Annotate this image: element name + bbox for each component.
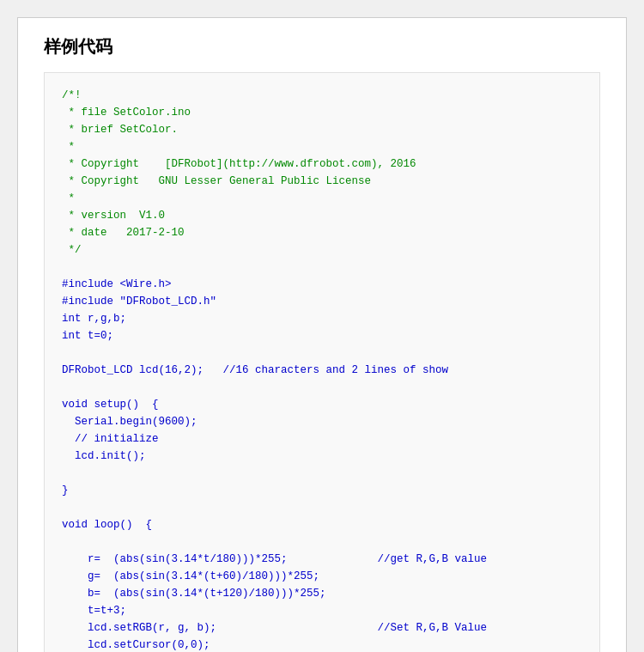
code-block: /*! * file SetColor.ino * brief SetColor…	[44, 72, 600, 652]
code-line: * date 2017-2-10	[62, 224, 582, 241]
code-line: * version V1.0	[62, 207, 582, 224]
code-line	[62, 465, 582, 482]
code-line: * file SetColor.ino	[62, 104, 582, 121]
code-line: // initialize	[62, 430, 582, 448]
code-line: Serial.begin(9600);	[62, 413, 582, 430]
code-line: * Copyright [DFRobot](http://www.dfrobot…	[62, 155, 582, 173]
code-line: lcd.init();	[62, 448, 582, 465]
code-line: * Copyright GNU Lesser General Public Li…	[62, 173, 582, 190]
code-line: lcd.setRGB(r, g, b); //Set R,G,B Value	[62, 619, 582, 637]
code-line: /*!	[62, 87, 582, 104]
code-line: void setup() {	[62, 396, 582, 413]
code-line: int r,g,b;	[62, 310, 582, 327]
code-line	[62, 259, 582, 276]
code-line: r= (abs(sin(3.14*t/180)))*255; //get R,G…	[62, 551, 582, 568]
code-line	[62, 499, 582, 516]
code-line: void loop() {	[62, 516, 582, 533]
code-line: *	[62, 138, 582, 155]
code-line: * brief SetColor.	[62, 121, 582, 138]
code-line	[62, 379, 582, 396]
code-line	[62, 344, 582, 362]
code-line	[62, 533, 582, 551]
page-container: 样例代码 /*! * file SetColor.ino * brief Set…	[17, 17, 627, 652]
code-line: }	[62, 482, 582, 499]
code-line: lcd.setCursor(0,0);	[62, 637, 582, 652]
code-line: *	[62, 190, 582, 207]
code-line: */	[62, 241, 582, 259]
code-line: DFRobot_LCD lcd(16,2); //16 characters a…	[62, 362, 582, 379]
code-line: int t=0;	[62, 327, 582, 344]
code-line: g= (abs(sin(3.14*(t+60)/180)))*255;	[62, 568, 582, 585]
code-line: #include "DFRobot_LCD.h"	[62, 293, 582, 310]
code-line: #include <Wire.h>	[62, 276, 582, 293]
code-line: t=t+3;	[62, 602, 582, 619]
code-line: b= (abs(sin(3.14*(t+120)/180)))*255;	[62, 585, 582, 602]
page-title: 样例代码	[44, 35, 600, 58]
